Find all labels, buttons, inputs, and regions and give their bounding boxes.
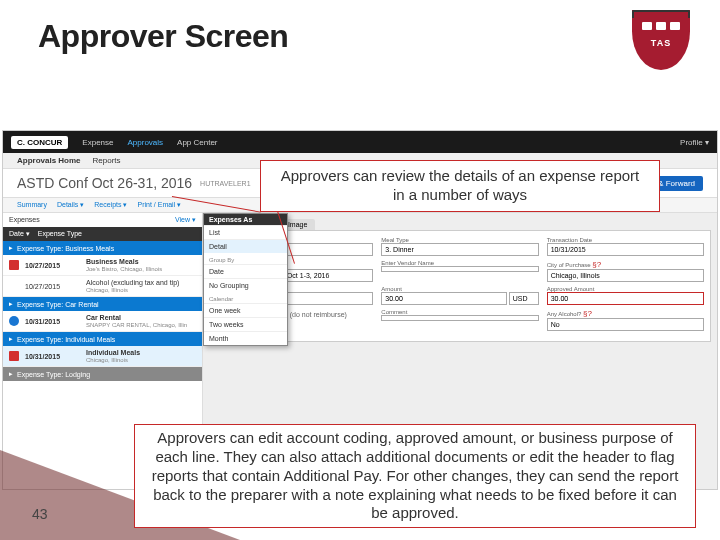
slide-title: Approver Screen	[38, 18, 288, 55]
approved-amount-field[interactable]: 30.00	[547, 292, 704, 305]
any-alcohol-field[interactable]: No	[547, 318, 704, 331]
expenses-heading: Expenses	[9, 216, 40, 224]
group-lodging[interactable]: ▸Expense Type: Lodging	[3, 367, 202, 381]
nav-profile[interactable]: Profile ▾	[680, 138, 709, 147]
table-row[interactable]: 10/31/2015 Car RentalSNAPPY CAR RENTAL, …	[3, 311, 202, 332]
amount-field[interactable]: 30.00	[381, 292, 506, 305]
view-menu-toggle[interactable]: View ▾	[175, 216, 196, 224]
receipt-icon	[9, 351, 19, 361]
meal-type-field[interactable]: 3. Dinner	[381, 243, 538, 256]
cal-one-week[interactable]: One week	[204, 303, 287, 317]
info-icon	[9, 316, 19, 326]
subnav-home[interactable]: Approvals Home	[17, 156, 81, 165]
callout-top: Approvers can review the details of an e…	[260, 160, 660, 212]
table-row[interactable]: 10/27/2015 Business MealsJoe's Bistro, C…	[3, 255, 202, 276]
comment-field[interactable]	[381, 315, 538, 321]
toolbar-summary[interactable]: Summary	[17, 201, 47, 209]
nav-expense[interactable]: Expense	[82, 138, 113, 147]
concur-logo: C. CONCUR	[11, 136, 68, 149]
toolbar-details[interactable]: Details ▾	[57, 201, 84, 209]
receipt-icon	[9, 260, 19, 270]
report-title: ASTD Conf Oct 26-31, 2016	[17, 175, 192, 191]
toolbar-receipts[interactable]: Receipts ▾	[94, 201, 127, 209]
traveler-name: HUTRAVELER1	[200, 180, 250, 187]
transaction-date-field[interactable]: 10/31/2015	[547, 243, 704, 256]
page-number: 43	[32, 506, 48, 522]
currency-field[interactable]: USD	[509, 292, 539, 305]
vendor-field[interactable]	[381, 266, 538, 272]
table-row[interactable]: 10/31/2015 Individual MealsChicago, Illi…	[3, 346, 202, 367]
col-type[interactable]: Expense Type	[38, 230, 82, 238]
cal-month[interactable]: Month	[204, 331, 287, 345]
subnav-reports[interactable]: Reports	[93, 156, 121, 165]
group-individual-meals[interactable]: ▸Expense Type: Individual Meals	[3, 332, 202, 346]
table-row[interactable]: 10/27/2015 Alcohol (excluding tax and ti…	[3, 276, 202, 297]
city-field[interactable]: Chicago, Illinois	[547, 269, 704, 282]
group-none[interactable]: No Grouping	[204, 278, 287, 292]
cal-two-weeks[interactable]: Two weeks	[204, 317, 287, 331]
nav-appcenter[interactable]: App Center	[177, 138, 217, 147]
col-date[interactable]: Date ▾	[9, 230, 30, 238]
toolbar-print[interactable]: Print / Email ▾	[137, 201, 181, 209]
view-detail[interactable]: Detail	[204, 239, 287, 253]
harvard-tas-logo: TAS	[632, 10, 690, 80]
group-business-meals[interactable]: ▸Expense Type: Business Meals	[3, 241, 202, 255]
group-car-rental[interactable]: ▸Expense Type: Car Rental	[3, 297, 202, 311]
nav-approvals[interactable]: Approvals	[127, 138, 163, 147]
callout-bottom: Approvers can edit account coding, appro…	[134, 424, 696, 528]
view-list[interactable]: List	[204, 225, 287, 239]
view-menu-popup: Expenses As List Detail Group By Date No…	[203, 213, 288, 346]
group-date[interactable]: Date	[204, 264, 287, 278]
